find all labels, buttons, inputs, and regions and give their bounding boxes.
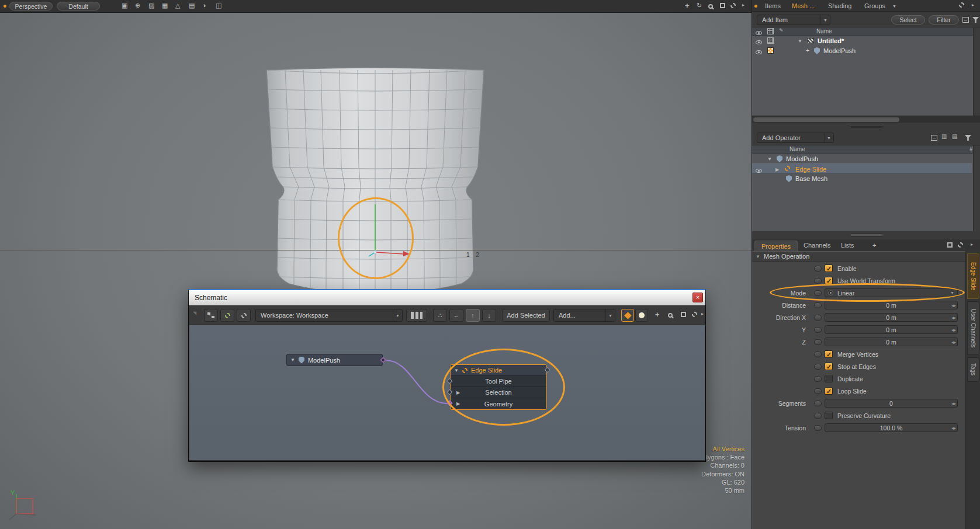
chevron-right-icon[interactable]: ▸	[742, 3, 744, 8]
rotate-icon[interactable]: ↻	[697, 2, 702, 9]
tab-lists[interactable]: Lists	[841, 242, 854, 249]
gear-icon[interactable]	[692, 312, 697, 317]
enable-key-pill[interactable]	[814, 266, 822, 272]
section-divider[interactable]	[752, 123, 980, 131]
rows-icon[interactable]: ▤	[189, 2, 195, 9]
list-view-icon[interactable]: ▤	[952, 134, 957, 140]
move-down-button[interactable]: ↓	[482, 309, 496, 322]
y-field[interactable]: 0 m◂▸	[825, 325, 958, 334]
card-view-icon[interactable]: ▥	[941, 134, 947, 140]
node-edge-slide[interactable]: ▼ Edge Slide Tool Pipe ▶ Selection ▶ Geo…	[450, 364, 547, 410]
gear-icon[interactable]	[730, 3, 736, 8]
pan-icon[interactable]: +	[655, 311, 660, 318]
mode-key-pill[interactable]	[814, 290, 822, 296]
columns-icon[interactable]: ◫	[216, 2, 221, 9]
y-key-pill[interactable]	[814, 327, 822, 333]
filter-button[interactable]: Filter	[929, 15, 959, 25]
default-shading-button[interactable]: Default	[57, 2, 100, 11]
item-row-modelpush[interactable]: + ModelPush	[752, 46, 972, 55]
duplicate-checkbox[interactable]	[825, 375, 833, 382]
circle-swatch-button[interactable]	[635, 309, 648, 322]
maximize-icon[interactable]	[681, 312, 686, 317]
mesh-model[interactable]	[257, 64, 497, 315]
enable-checkbox[interactable]	[825, 264, 833, 272]
stop-at-edges-checkbox[interactable]	[825, 363, 833, 370]
select-button[interactable]: Select	[891, 15, 925, 25]
z-field[interactable]: 0 m◂▸	[825, 337, 958, 346]
loop-slide-checkbox[interactable]	[825, 387, 833, 395]
segments-field[interactable]: 0◂▸	[825, 399, 958, 408]
gear-icon[interactable]	[958, 242, 963, 248]
maximize-icon[interactable]	[947, 242, 953, 248]
mesh-operation-section-header[interactable]: ▼ Mesh Operation	[752, 252, 965, 262]
funnel-icon[interactable]	[972, 17, 979, 23]
direction-x-spinner[interactable]: ◂▸	[951, 315, 955, 321]
tab-items[interactable]: Items	[765, 2, 781, 9]
panel-grip-dot[interactable]	[754, 5, 757, 8]
preserve-curvature-checkbox[interactable]	[825, 412, 833, 419]
globe-icon[interactable]: ⊕	[135, 2, 140, 9]
direction-x-key-pill[interactable]	[814, 315, 822, 321]
add-selected-button[interactable]: Add Selected	[502, 309, 550, 322]
z-spinner[interactable]: ◂▸	[951, 339, 955, 345]
y-spinner[interactable]: ◂▸	[951, 327, 955, 333]
loop-slide-key-pill[interactable]	[814, 388, 822, 394]
triangle-icon[interactable]: △	[175, 2, 180, 9]
section-divider[interactable]	[752, 231, 980, 239]
pan-icon[interactable]: +	[685, 2, 690, 9]
hatch-icon[interactable]: ▨	[148, 2, 154, 9]
perspective-view-button[interactable]: Perspective	[9, 2, 53, 11]
distance-key-pill[interactable]	[814, 302, 822, 308]
add-item-dropdown[interactable]: Add Item ▼	[757, 15, 830, 25]
funnel-icon[interactable]	[965, 135, 971, 141]
gear-cycle-button[interactable]	[237, 309, 251, 322]
scrollbar-thumb[interactable]	[753, 117, 899, 122]
zoom-icon[interactable]	[708, 4, 713, 9]
direction-x-field[interactable]: 0 m◂▸	[825, 313, 958, 322]
link-nodes-button[interactable]	[204, 309, 218, 322]
move-up-button[interactable]: ↑	[466, 309, 480, 322]
node-modelpush[interactable]: ▼ ModelPush	[286, 354, 383, 366]
contrast-icon[interactable]: ◑	[202, 2, 206, 9]
node-edge-slide-header[interactable]: ▼ Edge Slide	[451, 365, 546, 376]
segments-key-pill[interactable]	[814, 401, 822, 406]
tension-spinner[interactable]: ◂▸	[951, 425, 955, 431]
chevron-right-icon[interactable]: ▸	[971, 242, 973, 247]
distance-field[interactable]: 0 m◂▸	[825, 301, 958, 309]
maximize-icon[interactable]	[720, 3, 725, 8]
name-column-header[interactable]: Name	[789, 146, 805, 152]
z-key-pill[interactable]	[814, 339, 822, 345]
gear-icon[interactable]	[959, 2, 964, 8]
item-list-vertical-scrollbar[interactable]	[973, 27, 980, 116]
tension-field[interactable]: 100.0 %◂▸	[825, 423, 958, 432]
close-button[interactable]: ×	[692, 293, 703, 302]
chevron-down-icon[interactable]: ▼	[892, 4, 896, 8]
preserve-curvature-key-pill[interactable]	[814, 413, 822, 419]
name-column-header[interactable]: Name	[816, 28, 832, 34]
tab-groups[interactable]: Groups	[864, 2, 885, 9]
divider-grip[interactable]	[850, 234, 883, 236]
schematic-canvas[interactable]: ▼ ModelPush ▼ Edge Slide Tool Pipe ▶ Sel…	[189, 325, 705, 460]
expand-triangle-icon[interactable]: ▶	[456, 390, 460, 395]
chevron-right-icon[interactable]: ▸	[972, 3, 974, 8]
operator-row-modelpush[interactable]: ▼ ModelPush	[752, 154, 972, 163]
merge-vertices-key-pill[interactable]	[814, 351, 822, 357]
mode-dropdown[interactable]: Linear▼	[825, 288, 958, 297]
collapse-triangle-icon[interactable]: ▼	[454, 368, 459, 373]
schematic-titlebar[interactable]: Schematic ×	[189, 290, 705, 305]
eye-icon[interactable]	[756, 40, 762, 44]
count-column-header[interactable]: #	[969, 146, 973, 152]
operator-row-base-mesh[interactable]: Base Mesh	[752, 173, 972, 183]
operator-row-edge-slide[interactable]: ▶ Edge Slide	[752, 163, 972, 173]
eye-icon[interactable]	[756, 169, 762, 173]
minus-box-icon[interactable]	[931, 135, 937, 141]
tab-properties[interactable]: Properties	[754, 241, 798, 251]
zoom-icon[interactable]	[668, 313, 673, 318]
collapse-triangle-icon[interactable]: ▼	[290, 357, 295, 363]
side-tab-user-channels[interactable]: User Channels	[967, 301, 979, 355]
gear-add-button[interactable]	[220, 309, 234, 322]
transform-gizmo[interactable]	[327, 195, 421, 271]
expand-triangle-icon[interactable]: ▶	[775, 167, 779, 172]
workspace-dropdown[interactable]: Workspace: Workspace ▼	[255, 309, 403, 322]
diamond-swatch-button[interactable]	[621, 309, 634, 322]
